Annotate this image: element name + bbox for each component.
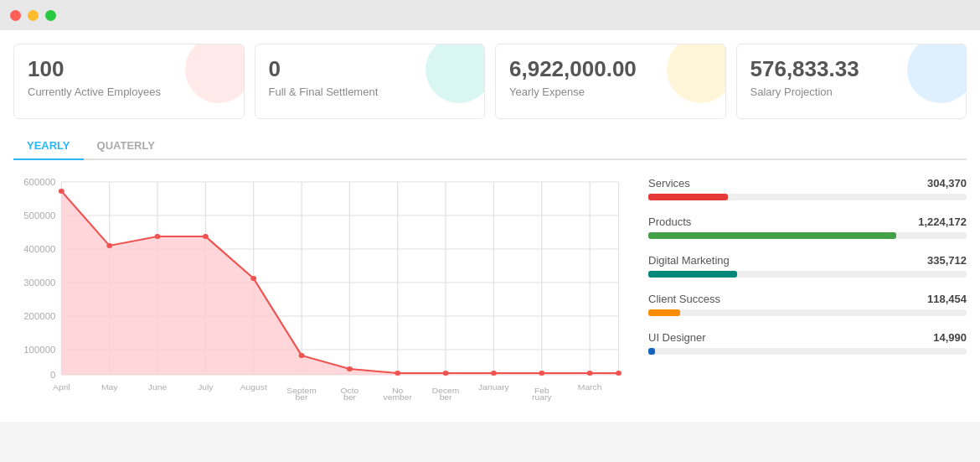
bar-stat-label: Client Success: [648, 293, 720, 305]
bar-stat-ui-designer: UI Designer 14,990: [648, 331, 967, 355]
svg-text:June: June: [148, 383, 167, 392]
svg-point-39: [616, 371, 622, 376]
svg-point-34: [395, 371, 400, 376]
bar-stat-label: UI Designer: [648, 331, 706, 344]
svg-text:600000: 600000: [23, 178, 55, 187]
svg-point-28: [106, 243, 112, 248]
close-button[interactable]: [10, 10, 21, 21]
svg-point-36: [491, 371, 497, 376]
bar-track: [648, 232, 967, 239]
bar-fill: [648, 194, 728, 200]
svg-point-31: [250, 276, 256, 281]
svg-text:ber: ber: [440, 393, 453, 402]
chart-tabs: YEARLYQUATERLY: [13, 132, 967, 160]
maximize-button[interactable]: [45, 10, 56, 21]
bar-stat-label: Services: [648, 177, 690, 189]
bar-stat-label: Digital Marketing: [648, 254, 730, 267]
bar-track: [648, 309, 967, 316]
svg-text:200000: 200000: [23, 312, 55, 321]
svg-text:August: August: [240, 383, 267, 392]
bar-stat-products: Products 1,224,172: [648, 215, 967, 239]
bar-stat-label: Products: [648, 215, 691, 228]
card-full-final: 0 Full & Final Settlement: [255, 44, 486, 119]
bar-fill: [648, 309, 680, 316]
card-salary-projection: 576,833.33 Salary Projection: [736, 44, 967, 119]
bar-stat-services: Services 304,370: [648, 177, 967, 200]
tab-quarterly[interactable]: QUATERLY: [84, 132, 168, 160]
svg-point-33: [347, 366, 353, 371]
svg-text:500000: 500000: [23, 211, 55, 221]
svg-text:0: 0: [50, 371, 55, 380]
svg-text:300000: 300000: [23, 278, 55, 288]
svg-text:400000: 400000: [23, 245, 55, 254]
bar-track: [648, 348, 967, 355]
svg-point-37: [539, 371, 544, 376]
titlebar: [0, 0, 980, 30]
bar-fill: [648, 232, 896, 239]
svg-point-32: [299, 353, 305, 358]
svg-point-35: [443, 371, 449, 376]
svg-text:April: April: [53, 383, 70, 392]
minimize-button[interactable]: [28, 10, 39, 21]
bar-fill: [648, 348, 655, 355]
line-chart: 600000 500000 400000 300000 200000 10000…: [13, 174, 628, 408]
svg-text:January: January: [478, 383, 509, 392]
bar-fill: [648, 271, 737, 278]
main-content: 100 Currently Active Employees 0 Full & …: [0, 30, 980, 422]
summary-cards: 100 Currently Active Employees 0 Full & …: [13, 44, 967, 119]
bar-stat-value: 14,990: [933, 331, 967, 344]
svg-text:ber: ber: [296, 393, 309, 402]
bar-stat-value: 118,454: [927, 293, 967, 305]
svg-point-27: [59, 189, 64, 194]
tab-yearly[interactable]: YEARLY: [13, 132, 84, 160]
svg-text:ber: ber: [343, 393, 357, 402]
svg-point-30: [203, 234, 209, 239]
svg-text:July: July: [198, 383, 214, 392]
bar-stat-digital-marketing: Digital Marketing 335,712: [648, 254, 967, 278]
svg-text:100000: 100000: [23, 345, 55, 355]
bar-track: [648, 271, 967, 278]
svg-text:May: May: [101, 383, 118, 392]
svg-text:ruary: ruary: [532, 393, 552, 402]
bar-track: [648, 194, 967, 200]
svg-text:vember: vember: [384, 393, 413, 402]
svg-point-38: [587, 371, 593, 376]
chart-section: 600000 500000 400000 300000 200000 10000…: [13, 174, 967, 408]
bar-stat-value: 304,370: [927, 177, 967, 189]
chart-svg: 600000 500000 400000 300000 200000 10000…: [13, 174, 628, 408]
card-yearly-expense: 6,922,000.00 Yearly Expense: [495, 44, 726, 119]
svg-point-29: [155, 234, 161, 239]
bar-stat-value: 335,712: [927, 254, 967, 267]
bar-stats: Services 304,370 Products 1,224,172 Digi…: [648, 174, 967, 408]
bar-stat-value: 1,224,172: [918, 215, 967, 228]
bar-stat-client-success: Client Success 118,454: [648, 293, 967, 316]
card-active-employees: 100 Currently Active Employees: [13, 44, 245, 119]
svg-text:March: March: [578, 383, 602, 392]
